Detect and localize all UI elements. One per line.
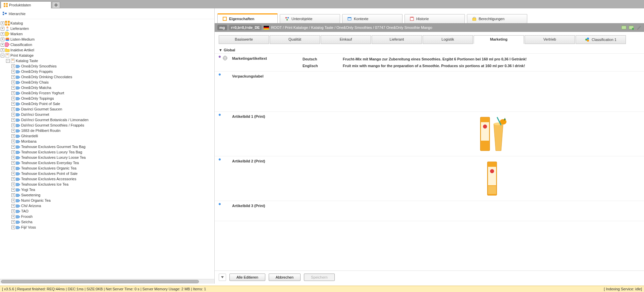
tree-node[interactable]: +TAO [11, 208, 214, 214]
expand-icon[interactable]: + [11, 86, 15, 90]
tree-node[interactable]: +One&Only Point of Sale [11, 101, 214, 106]
expand-icon[interactable]: + [11, 124, 15, 127]
tree-node[interactable]: +Teahouse Exclusives Everyday Tea [11, 160, 214, 165]
tree-node[interactable]: +Sweetening [11, 192, 214, 198]
expand-icon[interactable]: + [11, 118, 15, 122]
collapse-icon[interactable]: − [1, 54, 4, 57]
expand-icon[interactable]: + [11, 134, 15, 138]
tree-node[interactable]: +Yogi Tea [11, 187, 214, 192]
tree-node[interactable]: +Numi Organic Tea [11, 198, 214, 203]
tree-node[interactable]: +Froosh [11, 214, 214, 219]
expand-icon[interactable]: + [11, 199, 15, 202]
caret-down-button[interactable] [219, 274, 226, 281]
subtab-eigenschaften[interactable]: Eigenschaften [217, 13, 278, 23]
product-image-1[interactable] [477, 114, 507, 154]
expand-icon[interactable]: + [11, 75, 15, 79]
action-icon-1[interactable] [621, 25, 627, 30]
expand-icon[interactable]: + [11, 204, 15, 208]
detail-tab-marketing[interactable]: Marketing [474, 35, 524, 44]
expand-icon[interactable]: + [11, 193, 15, 197]
subtab-kontexte[interactable]: Kontexte [342, 14, 402, 23]
expand-icon[interactable]: + [11, 102, 15, 106]
expand-icon[interactable]: + [1, 21, 4, 25]
add-tab-button[interactable] [52, 2, 60, 8]
app-tab-produktdaten[interactable]: Produktdaten [1, 1, 51, 8]
tree-node[interactable]: +Fiji/ Voss [11, 225, 214, 230]
tree-node[interactable]: +DaVinci Gourmet Botanicals / Limonaden [11, 117, 214, 123]
expand-icon[interactable]: + [11, 161, 15, 165]
horizontal-scrollbar[interactable] [0, 279, 214, 284]
expand-icon[interactable]: + [11, 156, 15, 159]
tree-node[interactable]: +Teahouse Exclusives Accessories [11, 176, 214, 182]
tree-node[interactable]: +Inaktive Artikel [1, 47, 214, 53]
tree-node[interactable]: +One&Only Frozen Yoghurt [11, 90, 214, 96]
expand-icon[interactable]: + [1, 38, 4, 41]
expand-icon[interactable]: + [11, 129, 15, 133]
tree-node[interactable]: +One&Only Smoothies [11, 63, 214, 69]
tree-node[interactable]: +One&Only Chais [11, 80, 214, 85]
tree-node[interactable]: +DaVinci Gourmet Smoothies / Frappés [11, 123, 214, 128]
subtab-historie[interactable]: Historie [405, 14, 465, 23]
tree-node[interactable]: +Classification [1, 42, 214, 47]
expand-icon[interactable]: + [11, 140, 15, 143]
tree-node[interactable]: +One&Only Drinking Chocolates [11, 74, 214, 80]
edit-all-button[interactable]: Alle Editieren [229, 274, 265, 281]
section-global[interactable]: ▼ Global [215, 45, 644, 54]
expand-icon[interactable]: + [11, 188, 15, 192]
tree-node[interactable]: +Listen-Medium [1, 37, 214, 42]
expand-icon[interactable]: + [1, 27, 4, 31]
subtab-unterobjekte[interactable]: Unterobjekte [280, 14, 340, 23]
tree-node[interactable]: +Monbana [11, 139, 214, 144]
expand-icon[interactable]: + [11, 91, 15, 95]
expand-icon[interactable]: + [11, 81, 15, 84]
tree-node[interactable]: +Lieferanten [1, 26, 214, 31]
expand-icon[interactable]: + [11, 64, 15, 68]
expand-icon[interactable]: + [11, 226, 15, 229]
detail-tab-lieferant[interactable]: Lieferant [372, 35, 422, 44]
tree-node[interactable]: +DaVinci Gourmet [11, 112, 214, 117]
tree-node[interactable]: +Teahouse Exclusives Ice Tea [11, 182, 214, 187]
tree-node[interactable]: +Teahouse Exclusives Luxury Loose Tea [11, 155, 214, 160]
tree[interactable]: +Katalog+Lieferanten+Marken+Listen-Mediu… [0, 19, 214, 279]
expand-icon[interactable]: + [1, 32, 4, 36]
tree-node[interactable]: +Chi/ Arizona [11, 203, 214, 208]
expand-icon[interactable]: + [1, 48, 4, 52]
tree-node[interactable]: +Davinci Gourmet Saucen [11, 106, 214, 112]
subtab-berechtigungen[interactable]: Berechtigungen [467, 14, 527, 23]
product-image-2[interactable] [477, 158, 507, 199]
detail-tab-einkauf[interactable]: Einkauf [321, 35, 371, 44]
expand-icon[interactable]: + [11, 145, 15, 149]
settings-icon[interactable] [636, 25, 641, 30]
tree-node[interactable]: +Marken [1, 31, 214, 37]
expand-icon[interactable]: + [11, 113, 15, 116]
tree-node-print-kataloge[interactable]: − Print Kataloge [1, 53, 214, 58]
tree-node[interactable]: +Ghirardelli [11, 133, 214, 139]
expand-icon[interactable]: + [11, 172, 15, 176]
tree-node[interactable]: +1883 de Philibert Routin [11, 128, 214, 133]
detail-tab-vertrieb[interactable]: Vertrieb [525, 35, 575, 44]
tree-node[interactable]: +One&Only Matcha [11, 85, 214, 90]
expand-icon[interactable]: + [11, 177, 15, 181]
detail-tab-basiswerte[interactable]: Basiswerte [219, 35, 269, 44]
field-list[interactable]: Marketingartikeltext Deutsch Frucht-Mix … [215, 54, 644, 271]
tree-node[interactable]: +Teahouse Exclusives Organic Tea [11, 165, 214, 171]
tree-node[interactable]: +Katalog [1, 20, 214, 26]
tree-node-katalog-taste[interactable]: − Katalog Taste [6, 58, 214, 63]
detail-tab-classification-1[interactable]: Classification 1 [576, 35, 626, 44]
expand-icon[interactable]: + [11, 107, 15, 111]
expand-icon[interactable]: + [1, 43, 4, 47]
tree-node[interactable]: +Seicha [11, 219, 214, 225]
expand-icon[interactable]: + [11, 220, 15, 224]
tree-node[interactable]: +One&Only Toppings [11, 96, 214, 101]
collapse-icon[interactable]: − [6, 59, 10, 63]
tree-node[interactable]: +Teahouse Exclusives Gourmet Tea Bag [11, 144, 214, 149]
expand-icon[interactable]: + [11, 150, 15, 154]
expand-icon[interactable]: + [11, 215, 15, 218]
cancel-button[interactable]: Abbrechen [269, 274, 301, 281]
expand-icon[interactable]: + [11, 166, 15, 170]
locale-badge[interactable]: r=0,b=0,l=de_DE [229, 25, 262, 30]
tree-node[interactable]: +Teahouse Exclusives Luxury Tea Bag [11, 149, 214, 155]
detail-tab-logistik[interactable]: Logistik [423, 35, 473, 44]
tree-node[interactable]: +Teahouse Exclusives Point of Sale [11, 171, 214, 176]
tree-node[interactable]: +One&Only Frappés [11, 69, 214, 74]
